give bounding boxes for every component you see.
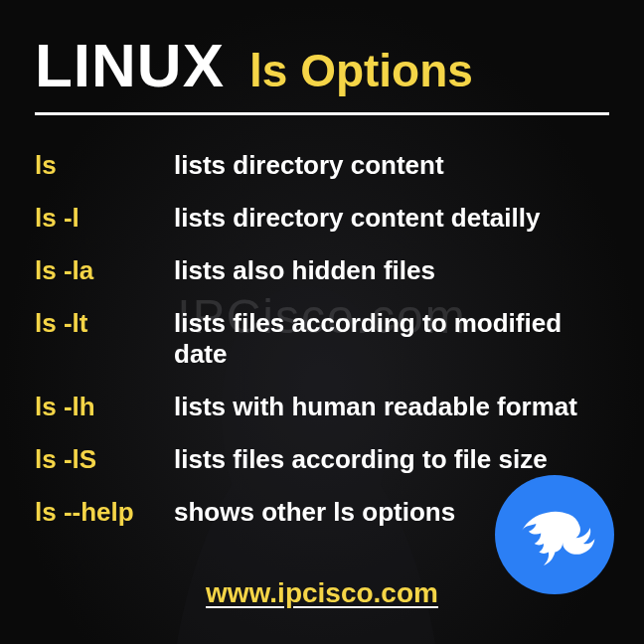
option-row: ls lists directory content [35,150,609,181]
option-row: ls -lh lists with human readable format [35,392,609,422]
option-description: lists directory content [174,150,444,181]
option-description: lists directory content detailly [174,203,540,234]
option-description: lists also hidden files [174,255,435,286]
option-row: ls -lS lists files according to file siz… [35,444,609,475]
title-main: LINUX [35,30,225,100]
option-command: ls -la [35,255,174,286]
option-command: ls -lS [35,444,174,475]
kali-dragon-icon [508,488,602,582]
kali-logo-badge [495,475,614,594]
option-row: ls -l lists directory content detailly [35,203,609,234]
option-command: ls --help [35,497,174,528]
option-command: ls -lt [35,308,174,339]
header: LINUX ls Options [35,30,609,100]
option-command: ls -l [35,203,174,234]
option-description: lists with human readable format [174,392,577,422]
option-description: lists files according to file size [174,444,548,475]
header-divider [35,112,609,115]
option-command: ls -lh [35,392,174,422]
footer-url: www.ipcisco.com [206,577,438,608]
option-row: ls -la lists also hidden files [35,255,609,286]
option-row: ls -lt lists files according to modified… [35,308,609,370]
option-command: ls [35,150,174,181]
option-description: shows other ls options [174,497,455,528]
title-sub: ls Options [249,44,473,97]
option-description: lists files according to modified date [174,308,609,370]
